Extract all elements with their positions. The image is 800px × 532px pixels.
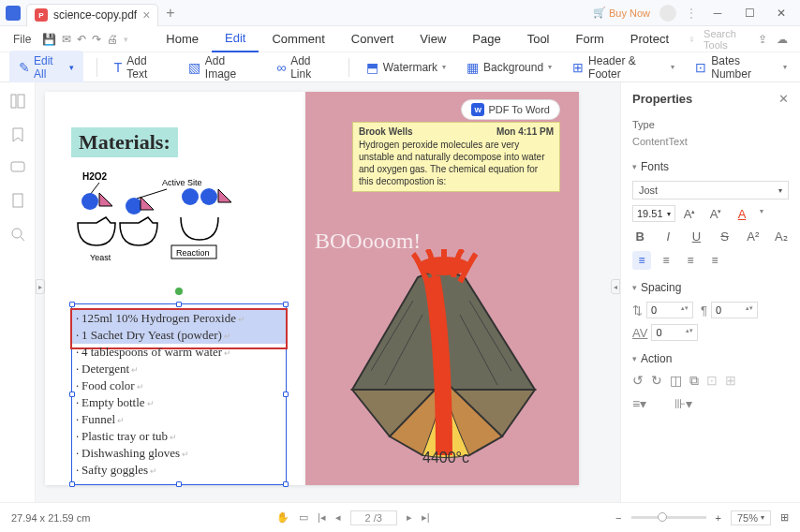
bold-button[interactable]: B — [632, 229, 647, 244]
rotate-left-icon[interactable]: ↺ — [632, 373, 644, 389]
char-spacing-input[interactable]: 0▴▾ — [651, 324, 698, 341]
para-spacing-input[interactable]: 0▴▾ — [711, 302, 758, 318]
bookmark-icon[interactable] — [11, 127, 24, 142]
zoom-slider[interactable] — [631, 516, 706, 519]
help-icon[interactable]: ♀ — [688, 33, 696, 46]
mail-icon[interactable]: ✉ — [62, 31, 71, 48]
menu-tab-home[interactable]: Home — [153, 26, 212, 52]
distribute-icon[interactable]: ⊪▾ — [674, 396, 692, 411]
fonts-section[interactable]: Fonts — [632, 160, 789, 173]
flip-h-icon[interactable]: ◫ — [670, 373, 682, 389]
list-item[interactable]: Detergent↵ — [72, 361, 286, 377]
resize-handle[interactable] — [283, 481, 289, 487]
close-panel-icon[interactable]: ✕ — [778, 92, 789, 106]
subscript-button[interactable]: A₂ — [774, 229, 789, 244]
canvas-area[interactable]: ▸ ◂ Materials: H2O2 Active Site — [36, 82, 620, 502]
menu-tab-comment[interactable]: Comment — [259, 26, 337, 52]
search-tools[interactable]: Search Tools — [704, 28, 748, 51]
menu-tab-form[interactable]: Form — [563, 26, 617, 52]
buy-now-link[interactable]: 🛒 Buy Now — [593, 7, 650, 19]
expand-left-button[interactable]: ▸ — [36, 279, 45, 294]
header-footer-button[interactable]: ⊞Header & Footer▾ — [569, 52, 678, 82]
more-icon[interactable]: ⋮ — [686, 7, 697, 20]
list-item[interactable]: 125ml 10% Hydrogen Peroxide↵ — [72, 310, 286, 327]
resize-handle[interactable] — [69, 481, 75, 487]
save-icon[interactable]: 💾 — [42, 31, 56, 48]
user-avatar[interactable] — [659, 5, 676, 22]
action-section[interactable]: Action — [632, 352, 789, 365]
zoom-select[interactable]: 75%▾ — [731, 510, 771, 525]
list-item[interactable]: 1 Sachet Dry Yeast (powder)↵ — [72, 327, 286, 344]
resize-handle[interactable] — [69, 302, 75, 307]
cloud-icon[interactable]: ☁ — [777, 31, 790, 48]
add-image-button[interactable]: ▧Add Image — [185, 52, 259, 82]
list-item[interactable]: Empty bottle↵ — [72, 394, 286, 411]
list-item[interactable]: Safty goggles↵ — [72, 462, 286, 479]
watermark-button[interactable]: ⬒Watermark▾ — [363, 58, 450, 77]
resize-handle[interactable] — [176, 302, 182, 307]
superscript-button[interactable]: A² — [746, 229, 761, 244]
menu-tab-tool[interactable]: Tool — [514, 26, 563, 52]
selected-textbox[interactable]: 125ml 10% Hydrogen Peroxide↵1 Sachet Dry… — [71, 303, 287, 485]
resize-handle[interactable] — [283, 302, 289, 307]
replace-icon[interactable]: ⊞ — [725, 373, 736, 389]
menu-tab-view[interactable]: View — [407, 26, 459, 52]
align-justify-button[interactable]: ≡ — [705, 251, 724, 270]
undo-icon[interactable]: ↶ — [77, 31, 86, 48]
hand-tool-icon[interactable]: ✋ — [276, 511, 289, 524]
rotate-right-icon[interactable]: ↻ — [651, 373, 662, 389]
read-mode-icon[interactable]: ▭ — [299, 511, 308, 524]
font-size-input[interactable]: 19.51▾ — [632, 205, 675, 222]
resize-handle[interactable] — [176, 481, 182, 487]
add-link-button[interactable]: ∞Add Link — [273, 52, 335, 82]
list-item[interactable]: Dishwashing gloves↵ — [72, 445, 286, 462]
font-color-button[interactable]: A — [733, 207, 750, 221]
file-menu[interactable]: File — [7, 33, 37, 46]
zoom-thumb[interactable] — [658, 512, 667, 522]
expand-right-button[interactable]: ◂ — [611, 279, 620, 294]
next-page-icon[interactable]: ▸ — [407, 511, 412, 524]
italic-button[interactable]: I — [660, 229, 675, 244]
underline-button[interactable]: U — [689, 229, 704, 244]
comment-icon[interactable] — [10, 161, 25, 174]
bates-number-button[interactable]: ⊡Bates Number▾ — [691, 52, 791, 82]
first-page-icon[interactable]: |◂ — [318, 511, 326, 524]
document-tab[interactable]: P science-copy.pdf × — [26, 4, 158, 26]
list-item[interactable]: Food color↵ — [72, 377, 286, 394]
spacing-section[interactable]: Spacing — [632, 281, 789, 294]
tab-close-icon[interactable]: × — [142, 7, 150, 22]
prev-page-icon[interactable]: ◂ — [335, 511, 341, 524]
align-right-button[interactable]: ≡ — [681, 251, 700, 270]
page-input[interactable]: 2 /3 — [350, 510, 397, 525]
align-left-button[interactable]: ≡ — [632, 251, 651, 270]
thumbnails-icon[interactable] — [10, 94, 25, 109]
last-page-icon[interactable]: ▸| — [422, 511, 430, 524]
arrange-icon[interactable]: ≡▾ — [632, 396, 646, 411]
menu-tab-protect[interactable]: Protect — [617, 26, 682, 52]
font-family-select[interactable]: Jost▾ — [632, 181, 789, 200]
decrease-font-icon[interactable]: A▾ — [707, 207, 724, 221]
print-icon[interactable]: 🖨 — [107, 31, 118, 48]
line-spacing-input[interactable]: 0▴▾ — [646, 302, 693, 318]
align-center-button[interactable]: ≡ — [657, 251, 675, 270]
menu-tab-convert[interactable]: Convert — [338, 26, 407, 52]
menu-tab-edit[interactable]: Edit — [212, 26, 259, 52]
menu-tab-page[interactable]: Page — [459, 26, 513, 52]
add-text-button[interactable]: TAdd Text — [111, 52, 171, 82]
share-icon[interactable]: ⇪ — [756, 31, 769, 48]
crop-icon[interactable]: ⊡ — [706, 373, 718, 389]
zoom-in-icon[interactable]: + — [716, 512, 721, 524]
background-button[interactable]: ▦Background▾ — [463, 58, 556, 77]
attachment-icon[interactable] — [11, 193, 24, 208]
rotation-handle[interactable] — [175, 288, 183, 295]
list-item[interactable]: Plastic tray or tub↵ — [72, 428, 286, 445]
maximize-button[interactable]: ☐ — [738, 2, 761, 24]
increase-font-icon[interactable]: A▴ — [681, 207, 698, 221]
edit-all-button[interactable]: ✎ Edit All ▾ — [9, 51, 83, 84]
minimize-button[interactable]: ─ — [706, 2, 729, 24]
add-tab-button[interactable]: + — [166, 5, 174, 22]
list-item[interactable]: 4 tablespoons of warm water↵ — [72, 344, 286, 361]
close-button[interactable]: ✕ — [770, 2, 793, 24]
list-item[interactable]: Funnel↵ — [72, 411, 286, 428]
strikethrough-button[interactable]: S — [718, 229, 733, 244]
